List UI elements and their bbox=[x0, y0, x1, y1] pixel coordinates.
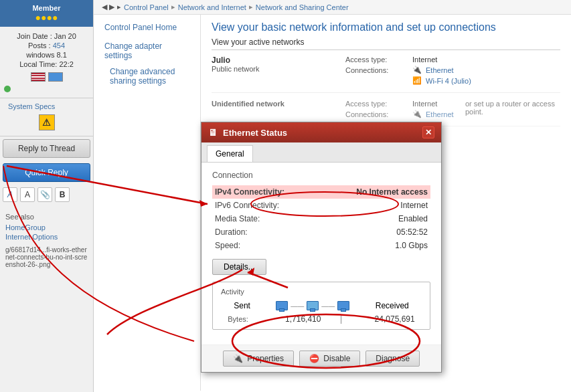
posts-info: Posts : 454 bbox=[4, 41, 89, 50]
bytes-divider: | bbox=[340, 314, 342, 324]
connection-section-label: Connection bbox=[212, 171, 430, 180]
sidebar: Member ●●●● Join Date : Jan 20 Posts : 4… bbox=[0, 0, 94, 392]
panel-title: View your basic network information and … bbox=[212, 21, 560, 33]
properties-button[interactable]: 🔌 Properties bbox=[223, 351, 294, 367]
disable-icon: ⛔ bbox=[309, 354, 319, 363]
breadcrumb-sep3: ▸ bbox=[249, 3, 253, 11]
ethernet-status-dialog: 🖥 Ethernet Status ✕ General Connection I… bbox=[201, 122, 442, 373]
media-value: Enabled bbox=[306, 212, 430, 225]
disable-button[interactable]: ⛔ Disable bbox=[299, 351, 360, 367]
access-row-1c: 📶 Wi-Fi 4 (Julio) bbox=[345, 76, 560, 85]
other-flag-icon bbox=[48, 72, 63, 82]
member-info: Join Date : Jan 20 Posts : 454 windows 8… bbox=[0, 27, 93, 98]
breadcrumb-sep1: ▸ bbox=[117, 3, 121, 11]
dialog-close-button[interactable]: ✕ bbox=[422, 126, 434, 138]
internet-options-link[interactable]: Internet Options bbox=[5, 233, 88, 241]
network-row-julio: Julio Public network Access type: Intern… bbox=[212, 56, 560, 93]
connections-label-2: Connections: bbox=[345, 110, 412, 118]
os-info: windows 8.1 bbox=[4, 51, 89, 59]
access-type-label-1: Access type: bbox=[345, 56, 412, 64]
homegroup-link[interactable]: HomeGroup bbox=[5, 223, 88, 231]
network-name-col-2: Unidentified network bbox=[212, 100, 345, 108]
network-access-col-1: Access type: Internet Connections: 🔌 Eth… bbox=[345, 56, 560, 87]
us-flag-icon bbox=[31, 72, 46, 82]
dialog-title-left: 🖥 Ethernet Status bbox=[208, 127, 287, 138]
activity-labels-row: Sent —— —— Received bbox=[221, 301, 422, 310]
access-type-value-2: Internet bbox=[412, 100, 437, 108]
diagnose-label: Diagnose bbox=[376, 354, 410, 363]
properties-icon: 🔌 bbox=[233, 354, 243, 363]
warning-icon: ⚠ bbox=[39, 114, 55, 130]
dash-left: —— bbox=[291, 302, 304, 310]
network-name-2: Unidentified network bbox=[212, 100, 345, 108]
format-bold-button[interactable]: B bbox=[55, 187, 70, 202]
sent-label: Sent bbox=[234, 301, 250, 310]
dialog-titlebar: 🖥 Ethernet Status ✕ bbox=[201, 122, 441, 142]
breadcrumb-sharing-center[interactable]: Network and Sharing Center bbox=[256, 3, 349, 11]
wifi-link-1[interactable]: Wi-Fi 4 (Julio) bbox=[426, 77, 471, 85]
bytes-sent-value: 1,716,410 bbox=[267, 314, 321, 324]
dialog-footer: 🔌 Properties ⛔ Disable Diagnose bbox=[201, 345, 441, 372]
online-indicator bbox=[4, 86, 11, 92]
dash-right: —— bbox=[321, 302, 335, 310]
change-adapter-link[interactable]: Change adapter settings bbox=[99, 39, 195, 63]
network-type-1: Public network bbox=[212, 65, 345, 73]
system-specs-link[interactable]: System Specs bbox=[5, 101, 88, 112]
received-label: Received bbox=[376, 301, 409, 310]
duration-row: Duration: 05:52:52 bbox=[212, 225, 430, 239]
network-computers-icon: —— —— bbox=[276, 301, 349, 310]
speed-label: Speed: bbox=[212, 239, 306, 252]
format-a2-button[interactable]: A bbox=[20, 187, 35, 202]
tab-general[interactable]: General bbox=[207, 145, 253, 162]
left-nav: Control Panel Home Change adapter settin… bbox=[94, 15, 201, 391]
access-row-2a: Access type: Internet bbox=[345, 100, 460, 108]
wifi-icon-1: 📶 bbox=[412, 76, 422, 85]
duration-value: 05:52:52 bbox=[306, 225, 430, 239]
flags-row bbox=[4, 70, 89, 84]
quick-reply-button[interactable]: Quick Reply bbox=[3, 163, 90, 182]
member-stars: ●●●● bbox=[3, 12, 90, 23]
ethernet-link-2[interactable]: Ethernet bbox=[426, 110, 454, 118]
dialog-title-text: Ethernet Status bbox=[223, 128, 287, 138]
access-row-1a: Access type: Internet bbox=[345, 56, 560, 64]
back-icon[interactable]: ◀ ▶ bbox=[102, 3, 114, 11]
router-note: or set up a router or access point. bbox=[460, 100, 560, 116]
breadcrumb-network-internet[interactable]: Network and Internet bbox=[178, 3, 246, 11]
format-a-button[interactable]: A bbox=[3, 187, 17, 202]
ipv4-label: IPv4 Connectivity: bbox=[212, 185, 306, 199]
ipv4-value: No Internet access bbox=[306, 185, 430, 199]
bottom-link-text: g/66817d14...fi-works-ethernet-connects-… bbox=[0, 245, 93, 270]
ipv4-row: IPv4 Connectivity: No Internet access bbox=[212, 185, 430, 199]
see-also-label: See also bbox=[5, 213, 88, 221]
speed-row: Speed: 1.0 Gbps bbox=[212, 239, 430, 252]
activity-section: Activity Sent —— —— Received Bytes: 1,71… bbox=[212, 282, 430, 330]
bytes-received-value: 24,075,691 bbox=[361, 314, 415, 324]
dialog-net-icon: 🖥 bbox=[208, 127, 218, 138]
control-panel-home-link[interactable]: Control Panel Home bbox=[99, 20, 195, 35]
bytes-label: Bytes: bbox=[228, 315, 248, 323]
dialog-body: Connection IPv4 Connectivity: No Interne… bbox=[201, 163, 441, 345]
details-button[interactable]: Details... bbox=[212, 259, 266, 275]
ipv6-row: IPv6 Connectivity: Internet bbox=[212, 199, 430, 212]
sidebar-links: See also HomeGroup Internet Options bbox=[0, 205, 93, 245]
media-row: Media State: Enabled bbox=[212, 212, 430, 225]
reply-thread-button[interactable]: Reply to Thread bbox=[3, 139, 90, 158]
duration-label: Duration: bbox=[212, 225, 306, 239]
disable-label: Disable bbox=[323, 354, 350, 363]
join-date: Join Date : Jan 20 bbox=[4, 32, 89, 40]
member-badge: Member ●●●● bbox=[0, 0, 93, 27]
connections-label-1: Connections: bbox=[345, 66, 412, 74]
format-attach-button[interactable]: 📎 bbox=[37, 187, 52, 202]
change-advanced-link[interactable]: Change advanced sharing settings bbox=[99, 64, 195, 88]
breadcrumb-control-panel[interactable]: Control Panel bbox=[124, 3, 169, 11]
access-row-1b: Connections: 🔌 Ethernet bbox=[345, 66, 560, 74]
diagnose-button[interactable]: Diagnose bbox=[365, 351, 420, 367]
format-bar: A A 📎 B bbox=[0, 185, 93, 205]
network-access-col-2: Access type: Internet Connections: 🔌 Eth… bbox=[345, 100, 460, 120]
computer-icon-right2 bbox=[337, 301, 349, 310]
ipv6-value: Internet bbox=[306, 199, 430, 212]
properties-label: Properties bbox=[247, 354, 284, 363]
network-name-col-1: Julio Public network bbox=[212, 56, 345, 73]
ethernet-link-1[interactable]: Ethernet bbox=[426, 66, 454, 74]
speed-value: 1.0 Gbps bbox=[306, 239, 430, 252]
